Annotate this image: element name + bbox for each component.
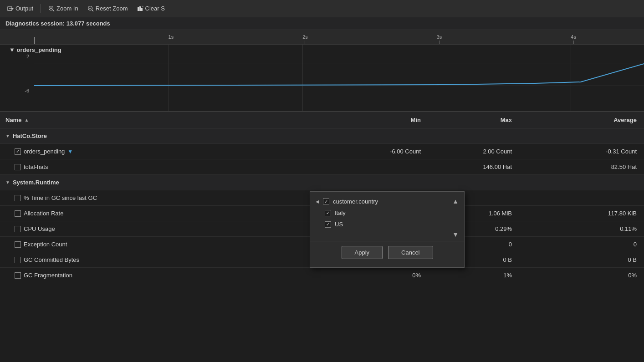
reset-zoom-icon — [87, 5, 94, 12]
group-hatco-name: ▼ HatCo.Store — [0, 133, 337, 139]
row-gc-fragmentation: GC Fragmentation 0% 1% 0% — [0, 268, 644, 283]
checkbox-total-hats[interactable] — [15, 164, 21, 170]
svg-line-12 — [143, 6, 143, 7]
col-header-max: Max — [428, 117, 519, 123]
zoom-in-icon — [48, 5, 55, 12]
cell-exception-count-name: Exception Count — [0, 241, 337, 248]
ruler-start-tick — [34, 37, 35, 44]
cell-alloc-rate-avg: 117.80 KiB — [519, 210, 644, 217]
cell-gc-frag-max: 1% — [428, 272, 519, 279]
cell-orders-pending-name: orders_pending ▼ — [0, 148, 337, 155]
zoom-in-button[interactable]: Zoom In — [45, 4, 82, 13]
row-orders-pending: orders_pending ▼ -6.00 Count 2.00 Count … — [0, 144, 644, 159]
cell-orders-pending-max: 2.00 Count — [428, 148, 519, 155]
group-system-runtime: ▼ System.Runtime — [0, 175, 644, 190]
diagnostics-header: Diagnostics session: 13.077 seconds — [0, 17, 644, 30]
filter-item-us-label: US — [335, 221, 343, 228]
cell-gc-frag-avg: 0% — [519, 272, 644, 279]
filter-popup-scroll[interactable]: Italy US — [310, 207, 464, 230]
ruler-mark-1s: 1s — [169, 34, 174, 44]
reset-zoom-button[interactable]: Reset Zoom — [84, 4, 132, 13]
cell-gc-committed-avg: 0 B — [519, 256, 644, 263]
filter-cancel-button[interactable]: Cancel — [388, 246, 433, 259]
table-header: Name ▲ Min Max Average — [0, 112, 644, 128]
col-header-name: Name ▲ — [0, 117, 337, 123]
filter-popup-header: ◀ customer.country ▲ — [310, 195, 464, 207]
checkbox-us[interactable] — [325, 221, 331, 228]
filter-apply-button[interactable]: Apply — [342, 246, 383, 259]
checkbox-cpu-usage[interactable] — [15, 226, 21, 232]
cell-total-hats-name: total-hats — [0, 163, 337, 170]
ruler-mark-2s: 2s — [302, 34, 308, 44]
output-icon — [7, 5, 14, 12]
filter-field-checkbox[interactable] — [323, 198, 329, 204]
checkbox-gc-time[interactable] — [15, 195, 21, 201]
cell-orders-pending-avg: -0.31 Count — [519, 148, 644, 155]
chart-y-label-max: 2 — [0, 54, 32, 59]
cell-orders-pending-min: -6.00 Count — [337, 148, 428, 155]
svg-line-7 — [92, 10, 93, 11]
toolbar: Output Zoom In Reset Zoom Clear S — [0, 0, 644, 17]
svg-rect-11 — [141, 8, 143, 11]
cell-total-hats-avg: 82.50 Hat — [519, 163, 644, 170]
toolbar-divider-1 — [41, 4, 41, 13]
filter-item-italy[interactable]: Italy — [310, 207, 464, 219]
checkbox-gc-frag[interactable] — [15, 272, 21, 279]
cell-exception-count-avg: 0 — [519, 241, 644, 248]
collapse-system-icon[interactable]: ▼ — [5, 180, 10, 185]
row-total-hats: total-hats 146.00 Hat 82.50 Hat — [0, 159, 644, 175]
scroll-down-container: ▼ — [310, 230, 464, 239]
cell-gc-frag-min: 0% — [337, 272, 428, 279]
chart-svg — [34, 45, 644, 112]
sort-arrow-icon[interactable]: ▲ — [24, 117, 29, 122]
checkbox-orders-pending[interactable] — [15, 148, 21, 155]
clear-icon — [137, 5, 143, 12]
filter-item-us[interactable]: US — [310, 219, 464, 230]
checkbox-exception-count[interactable] — [15, 241, 21, 248]
filter-item-italy-label: Italy — [335, 209, 346, 216]
col-header-avg: Average — [519, 117, 644, 123]
filter-collapse-icon[interactable]: ◀ — [316, 199, 319, 204]
cell-total-hats-max: 146.00 Hat — [428, 163, 519, 170]
filter-popup: ◀ customer.country ▲ Italy US ▼ Apply Ca… — [310, 191, 465, 268]
clear-button[interactable]: Clear S — [133, 4, 169, 13]
ruler-mark-3s: 3s — [437, 34, 442, 44]
main-content: Diagnostics session: 13.077 seconds 1s 2… — [0, 17, 644, 362]
chart-y-label-min: -6 — [0, 88, 32, 93]
cell-cpu-usage-avg: 0.11% — [519, 225, 644, 232]
checkbox-gc-committed[interactable] — [15, 257, 21, 263]
group-hatco: ▼ HatCo.Store — [0, 128, 644, 144]
svg-line-3 — [53, 10, 55, 11]
filter-popup-buttons: Apply Cancel — [310, 241, 464, 264]
cell-gc-frag-name: GC Fragmentation — [0, 272, 337, 279]
output-button[interactable]: Output — [4, 4, 37, 13]
collapse-hatco-icon[interactable]: ▼ — [5, 133, 10, 138]
checkbox-alloc-rate[interactable] — [15, 210, 21, 217]
chart-canvas — [34, 45, 644, 111]
svg-rect-10 — [139, 6, 141, 11]
svg-rect-9 — [138, 7, 139, 11]
filter-field-name: customer.country — [333, 198, 449, 205]
checkbox-italy[interactable] — [325, 210, 331, 216]
ruler-mark-4s: 4s — [571, 34, 576, 44]
scroll-down-icon[interactable]: ▼ — [452, 231, 459, 238]
cell-gc-committed-name: GC Committed Bytes — [0, 256, 337, 263]
cell-cpu-usage-name: CPU Usage — [0, 225, 337, 232]
group-system-runtime-name: ▼ System.Runtime — [0, 179, 337, 186]
filter-icon-orders-pending[interactable]: ▼ — [67, 148, 73, 155]
chart-area: 2 -6 ▼ orders_pending — [0, 45, 644, 112]
cell-alloc-rate-name: Allocation Rate — [0, 210, 337, 217]
timeline-ruler: 1s 2s 3s 4s — [0, 30, 644, 45]
scroll-up-icon[interactable]: ▲ — [452, 198, 459, 205]
col-header-min: Min — [337, 117, 428, 123]
cell-gc-time-name: % Time in GC since last GC — [0, 194, 337, 201]
